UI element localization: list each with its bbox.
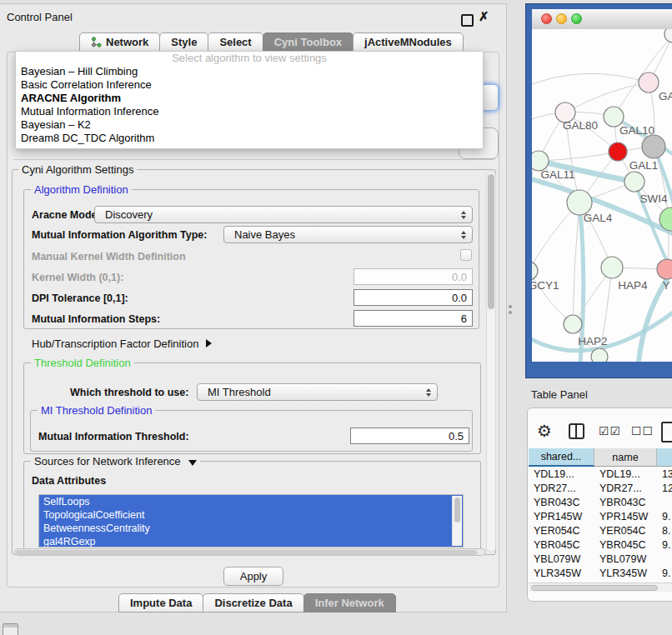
table-row[interactable]: YLR345WYLR345W9. bbox=[529, 566, 672, 580]
table-row[interactable]: YBR043CYBR043C bbox=[529, 495, 672, 509]
table-cell: YDR27... bbox=[529, 482, 594, 494]
scrollbar-thumb[interactable] bbox=[16, 550, 477, 555]
network-node-label: HAP2 bbox=[578, 335, 607, 348]
algorithm-dropdown-placeholder: Select algorithm to view settings bbox=[16, 52, 483, 65]
tab-select[interactable]: Select bbox=[208, 32, 263, 52]
tab-infer-network[interactable]: Infer Network bbox=[303, 593, 396, 612]
node-table: shared... name YDL19...YDL19...13YDR27..… bbox=[529, 448, 672, 582]
table-row[interactable]: YDL19...YDL19...13 bbox=[529, 467, 672, 481]
column-header-partial[interactable] bbox=[657, 448, 672, 467]
network-node-gal[interactable] bbox=[639, 72, 659, 92]
network-node-hap4[interactable] bbox=[601, 257, 623, 278]
attributes-scrollbar[interactable] bbox=[452, 496, 462, 546]
scrollbar-thumb[interactable] bbox=[454, 498, 460, 522]
table-row[interactable]: YIL053CYIL053C9 bbox=[529, 580, 672, 582]
attribute-item-selected[interactable]: TopologicalCoefficient bbox=[39, 508, 463, 522]
mi-threshold-label: Mutual Information Threshold: bbox=[38, 428, 189, 445]
algorithm-option-selected[interactable]: ARACNE Algorithm bbox=[16, 92, 483, 105]
algorithm-option[interactable]: Basic Correlation Inference bbox=[16, 78, 483, 92]
column-header-shared-name[interactable]: shared... bbox=[529, 448, 594, 467]
network-window-titlebar[interactable] bbox=[532, 9, 672, 30]
aracne-mode-combo[interactable]: Discovery bbox=[94, 206, 473, 223]
network-node-y[interactable] bbox=[657, 259, 672, 279]
new-column-icon[interactable] bbox=[661, 422, 672, 442]
zoom-traffic-light-icon[interactable] bbox=[571, 13, 582, 24]
tab-impute-data[interactable]: Impute Data bbox=[118, 593, 203, 612]
collapse-down-icon bbox=[188, 460, 197, 466]
select-all-icon[interactable]: ☑☑ bbox=[599, 424, 621, 438]
table-row[interactable]: YDR27...YDR27...12 bbox=[529, 481, 672, 495]
tab-jactivemnodules[interactable]: jActiveMNodules bbox=[353, 32, 464, 52]
tab-cyni-toolbox[interactable]: Cyni Toolbox bbox=[263, 32, 354, 52]
which-threshold-value: MI Threshold bbox=[208, 386, 271, 398]
network-node[interactable] bbox=[591, 348, 608, 362]
combo-stepper-icon bbox=[461, 211, 466, 219]
network-node[interactable] bbox=[664, 29, 672, 42]
panel-splitter-handle[interactable] bbox=[509, 305, 513, 315]
settings-vertical-scrollbar[interactable] bbox=[486, 171, 496, 552]
manual-kernel-width-label: Manual Kernel Width Definition bbox=[32, 248, 186, 265]
table-row[interactable]: YBL079WYBL079W bbox=[529, 552, 672, 566]
apply-button[interactable]: Apply bbox=[223, 567, 283, 586]
combo-stepper-icon bbox=[426, 388, 431, 397]
close-icon[interactable]: ✗ bbox=[479, 9, 489, 24]
mi-algorithm-type-value: Naive Bayes bbox=[234, 228, 295, 241]
network-node-gcy1[interactable] bbox=[532, 262, 538, 280]
table-row[interactable]: YBR045CYBR045C9. bbox=[529, 538, 672, 552]
network-node[interactable] bbox=[642, 135, 665, 158]
tab-discretize-data[interactable]: Discretize Data bbox=[203, 593, 303, 612]
table-horizontal-scrollbar[interactable] bbox=[529, 582, 672, 592]
bottom-tabs: Impute Data Discretize Data Infer Networ… bbox=[118, 593, 395, 612]
scrollbar-thumb[interactable] bbox=[531, 585, 658, 591]
float-window-icon[interactable] bbox=[461, 14, 474, 27]
attribute-item-selected[interactable]: SelfLoops bbox=[39, 495, 463, 508]
tab-infer-network-label: Infer Network bbox=[315, 597, 384, 609]
hub-definition-toggle[interactable]: Hub/Transcription Factor Definition bbox=[32, 335, 212, 352]
dpi-tolerance-input[interactable]: 0.0 bbox=[354, 289, 473, 306]
network-graph[interactable]: GALGAL80GAL10GAL1GAL11SWI4GAL4GCY1HAP4YH… bbox=[532, 29, 672, 362]
network-canvas[interactable]: GALGAL80GAL10GAL1GAL11SWI4GAL4GCY1HAP4YH… bbox=[532, 29, 672, 362]
sources-group-title[interactable]: Sources for Network Inference bbox=[31, 455, 200, 468]
attribute-item-selected[interactable]: BetweennessCentrality bbox=[39, 522, 463, 535]
table-row[interactable]: YER054CYER054C8. bbox=[529, 523, 672, 538]
scrollbar-thumb[interactable] bbox=[488, 174, 494, 309]
algorithm-option[interactable]: Bayesian – K2 bbox=[16, 118, 483, 132]
control-panel-title: Control Panel bbox=[7, 11, 73, 23]
table-cell: 8. bbox=[657, 525, 672, 537]
manual-kernel-width-checkbox[interactable] bbox=[460, 249, 472, 261]
table-row[interactable]: YPR145WYPR145W9. bbox=[529, 509, 672, 523]
algorithm-option[interactable]: Mutual Information Inference bbox=[16, 105, 483, 118]
which-threshold-combo[interactable]: MI Threshold bbox=[197, 383, 438, 401]
mi-steps-input[interactable]: 6 bbox=[354, 310, 473, 327]
table-cell: YBR045C bbox=[529, 539, 594, 551]
split-columns-icon[interactable] bbox=[569, 423, 584, 439]
tab-style[interactable]: Style bbox=[159, 32, 208, 52]
algorithm-option[interactable]: Dream8 DC_TDC Algorithm bbox=[16, 132, 483, 145]
aracne-mode-label: Aracne Mode: bbox=[32, 207, 101, 223]
tab-network[interactable]: Network bbox=[79, 32, 160, 52]
algorithm-option[interactable]: Bayesian – Hill Climbing bbox=[16, 65, 483, 78]
data-attributes-label: Data Attributes bbox=[32, 472, 106, 489]
mi-threshold-definition-title: MI Threshold Definition bbox=[38, 404, 155, 417]
network-node-gal1[interactable] bbox=[609, 142, 627, 161]
network-node-hap2[interactable] bbox=[564, 315, 582, 333]
settings-horizontal-scrollbar[interactable] bbox=[14, 548, 486, 556]
kernel-width-input[interactable]: 0.0 bbox=[354, 268, 473, 285]
network-node-label: HAP4 bbox=[618, 279, 648, 292]
mi-threshold-input[interactable]: 0.5 bbox=[350, 428, 469, 444]
mi-algorithm-type-combo[interactable]: Naive Bayes bbox=[223, 226, 473, 243]
table-cell: YPR145W bbox=[529, 511, 594, 522]
minimize-traffic-light-icon[interactable] bbox=[556, 13, 567, 24]
deselect-all-icon[interactable]: ☐☐ bbox=[631, 424, 654, 438]
mi-steps-label: Mutual Information Steps: bbox=[32, 311, 160, 328]
table-cell: 9. bbox=[657, 511, 672, 522]
gear-icon[interactable]: ⚙ bbox=[537, 422, 552, 439]
data-attributes-list[interactable]: SelfLoops TopologicalCoefficient Between… bbox=[38, 494, 464, 548]
close-traffic-light-icon[interactable] bbox=[541, 13, 552, 24]
control-panel-window: Control Panel ✗ Network Style Select Cyn… bbox=[0, 3, 507, 612]
restore-panel-icon[interactable] bbox=[3, 623, 18, 635]
attribute-item-selected[interactable]: gal4RGexp bbox=[39, 535, 463, 548]
network-edge bbox=[565, 82, 649, 112]
network-node-swi4[interactable] bbox=[624, 172, 644, 192]
column-header-name[interactable]: name bbox=[594, 448, 657, 467]
